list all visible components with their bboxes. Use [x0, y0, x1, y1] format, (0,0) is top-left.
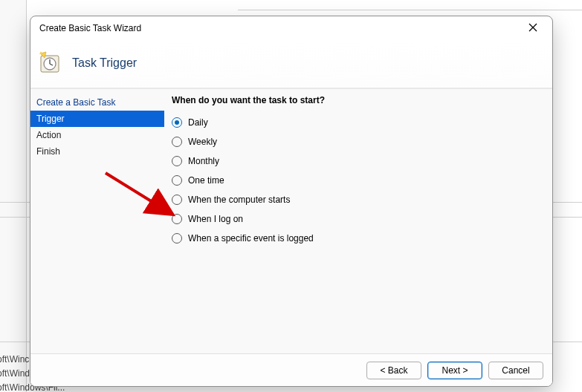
question-label: When do you want the task to start? [172, 95, 545, 105]
content-area: Create a Basic Task Trigger Action Finis… [30, 89, 552, 353]
sidebar-item-finish[interactable]: Finish [30, 143, 164, 160]
next-button[interactable]: Next > [427, 362, 482, 379]
option-when-i-log-on[interactable]: When I log on [172, 209, 545, 229]
option-label: One time [188, 175, 224, 186]
banner: Task Trigger [30, 39, 552, 89]
close-button[interactable] [517, 17, 549, 38]
sidebar-item-trigger[interactable]: Trigger [30, 111, 164, 127]
option-weekly[interactable]: Weekly [172, 132, 545, 151]
radio-icon [172, 117, 182, 128]
option-label: When a specific event is logged [188, 233, 314, 244]
sidebar-item-label: Trigger [36, 114, 65, 124]
radio-icon [172, 156, 182, 166]
option-daily[interactable]: Daily [172, 113, 545, 132]
sidebar: Create a Basic Task Trigger Action Finis… [30, 89, 164, 353]
sidebar-item-action[interactable]: Action [30, 127, 164, 143]
svg-marker-7 [39, 51, 42, 54]
radio-icon [172, 233, 182, 244]
option-label: When I log on [188, 214, 243, 224]
sidebar-item-label: Create a Basic Task [36, 97, 116, 108]
option-one-time[interactable]: One time [172, 171, 545, 190]
sidebar-item-label: Finish [36, 146, 60, 157]
banner-title: Task Trigger [72, 56, 137, 70]
option-when-computer-starts[interactable]: When the computer starts [172, 190, 545, 209]
radio-icon [172, 195, 182, 205]
radio-icon [172, 175, 182, 186]
option-monthly[interactable]: Monthly [172, 151, 545, 171]
main-panel: When do you want the task to start? Dail… [164, 89, 552, 353]
option-when-event-logged[interactable]: When a specific event is logged [172, 229, 545, 248]
close-icon [528, 23, 537, 32]
footer: < Back Next > Cancel [30, 353, 552, 386]
option-label: When the computer starts [188, 195, 290, 205]
wizard-dialog: Create Basic Task Wizard Task Trigger Cr… [30, 16, 553, 387]
option-label: Weekly [188, 137, 217, 147]
back-button[interactable]: < Back [366, 362, 421, 379]
bg-text-snippet: oft\Winc [0, 354, 29, 365]
sidebar-item-create-basic-task[interactable]: Create a Basic Task [30, 94, 164, 111]
radio-icon [172, 214, 182, 224]
window-title: Create Basic Task Wizard [39, 22, 517, 33]
radio-icon [172, 137, 182, 147]
titlebar: Create Basic Task Wizard [30, 16, 552, 39]
clock-icon [38, 51, 62, 75]
bg-header-divider [238, 10, 582, 10]
bg-left-column [0, 0, 27, 392]
sidebar-item-label: Action [36, 130, 61, 140]
cancel-button[interactable]: Cancel [488, 362, 543, 379]
option-label: Daily [188, 117, 208, 128]
option-label: Monthly [188, 156, 219, 166]
